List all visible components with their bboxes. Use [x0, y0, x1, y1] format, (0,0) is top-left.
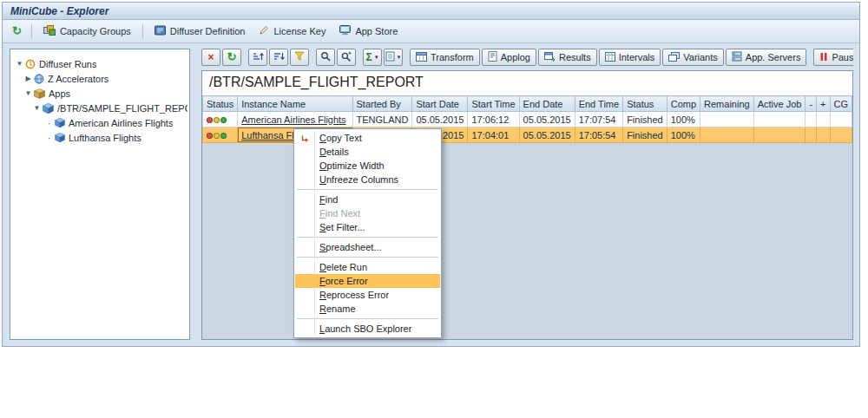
menu-item-delete-run[interactable]: Delete Run	[295, 260, 440, 274]
column-header[interactable]: End Date	[519, 96, 575, 112]
menu-item-find[interactable]: Find	[295, 193, 440, 206]
menu-item-label: Rename	[319, 302, 440, 316]
column-header[interactable]: Start Date	[412, 96, 468, 112]
toolbar-separator	[142, 24, 143, 38]
capacity-groups-label: Capacity Groups	[60, 26, 131, 36]
menu-item-reprocess-error[interactable]: Reprocess Error	[295, 288, 440, 302]
menu-item-label: Details	[319, 145, 440, 159]
menu-item-details[interactable]: Details	[295, 145, 440, 159]
refresh-button[interactable]: ↻	[8, 24, 26, 38]
diffuser-definition-button[interactable]: Diffuser Definition	[148, 23, 252, 39]
toolbar-separator	[31, 24, 32, 38]
find-next-button[interactable]	[337, 49, 356, 66]
export-icon	[385, 51, 395, 64]
menu-item-set-filter[interactable]: Set Filter...	[295, 220, 440, 234]
variants-button[interactable]: Variants	[662, 49, 724, 66]
column-header[interactable]: End Time	[575, 96, 622, 112]
collapse-arrow-icon[interactable]: ▼	[23, 89, 33, 97]
table-row[interactable]: American Airlines Flights TENGLAND 05.05…	[203, 112, 852, 127]
close-icon: ×	[207, 53, 214, 62]
column-header[interactable]: Status	[623, 96, 667, 112]
menu-item-copy-text[interactable]: Copy Text	[295, 131, 440, 145]
applog-icon	[488, 51, 497, 63]
comp-cell: 100%	[667, 127, 700, 143]
tree-item-diffuser-runs[interactable]: ▼ Diffuser Runs	[12, 56, 187, 71]
find-button[interactable]	[316, 49, 335, 66]
transform-button[interactable]: Transform	[410, 49, 480, 66]
tree-item-label[interactable]: Apps	[49, 88, 70, 99]
tree-item-label[interactable]: Diffuser Runs	[39, 59, 96, 69]
column-header[interactable]: Active Job	[753, 96, 806, 112]
z-accelerators-icon	[34, 74, 44, 84]
applog-button[interactable]: Applog	[482, 49, 536, 66]
cube-icon	[55, 133, 65, 142]
column-header[interactable]: Remaining	[700, 96, 754, 112]
expand-arrow-icon[interactable]: ▶	[23, 75, 33, 82]
intervals-icon	[605, 52, 615, 63]
collapse-arrow-icon[interactable]: ▼	[32, 104, 42, 112]
pause-label: Pause	[832, 52, 853, 62]
sort-descending-button[interactable]	[269, 49, 288, 66]
menu-item-force-error[interactable]: Force Error	[295, 274, 440, 288]
collapse-arrow-icon[interactable]: ▼	[15, 60, 24, 68]
panel-splitter[interactable]	[194, 49, 198, 340]
tree-item-z-accelerators[interactable]: ▶ Z Accelerators	[12, 71, 187, 86]
export-button[interactable]: ▼	[384, 49, 403, 66]
menu-item-label: Optimize Width	[319, 159, 440, 173]
license-key-button[interactable]: License Key	[253, 23, 332, 39]
tree-item-label[interactable]: American Airlines Flights	[69, 118, 173, 128]
tree-item-flight-report[interactable]: ▼ /BTR/SAMPLE_FLIGHT_REPOR	[12, 101, 187, 115]
column-header[interactable]: +	[817, 96, 830, 112]
intervals-button[interactable]: Intervals	[599, 49, 661, 66]
plus-cell	[817, 112, 830, 127]
minus-cell	[806, 127, 817, 143]
tree-item-american-airlines[interactable]: · American Airlines Flights	[12, 115, 187, 130]
app-servers-label: App. Servers	[746, 52, 801, 62]
menu-item-label: Reprocess Error	[319, 288, 440, 302]
menu-item-spreadsheet[interactable]: Spreadsheet...	[295, 240, 440, 254]
refresh-grid-button[interactable]: ↻	[222, 49, 241, 66]
tree-item-label[interactable]: Lufthansa Flights	[69, 133, 141, 143]
column-header[interactable]: Status	[203, 96, 238, 112]
menu-item-label: Launch SBO Explorer	[319, 322, 440, 336]
refresh-icon: ↻	[227, 52, 237, 62]
column-header[interactable]: -	[806, 96, 817, 112]
pause-button[interactable]: Pause	[813, 49, 853, 66]
minus-cell	[806, 112, 817, 127]
menu-item-rename[interactable]: Rename	[295, 302, 440, 316]
app-servers-button[interactable]: App. Servers	[726, 49, 807, 66]
column-header[interactable]: CG	[830, 96, 852, 112]
started-by-cell: TENGLAND	[352, 112, 412, 127]
sum-button[interactable]: Σ▼	[363, 49, 382, 66]
tree-item-label[interactable]: Z Accelerators	[48, 74, 108, 84]
capacity-groups-icon	[43, 25, 56, 37]
column-header[interactable]: Comp	[667, 96, 700, 112]
window-titlebar: MiniCube - Explorer	[3, 3, 859, 20]
close-button[interactable]: ×	[201, 49, 220, 66]
results-button[interactable]: Results	[538, 49, 597, 66]
bullet-icon: ·	[44, 118, 54, 128]
menu-item-unfreeze-columns[interactable]: Unfreeze Columns	[295, 173, 440, 186]
column-header[interactable]: Instance Name	[238, 96, 352, 112]
instance-link[interactable]: American Airlines Flights	[241, 114, 345, 125]
column-header[interactable]: Start Time	[468, 96, 519, 112]
yellow-light-icon	[214, 133, 220, 139]
cg-cell	[830, 112, 852, 127]
app-servers-icon	[732, 51, 742, 63]
plus-cell	[817, 127, 830, 143]
menu-item-optimize-width[interactable]: Optimize Width	[295, 159, 440, 173]
menu-item-launch-sbo-explorer[interactable]: Launch SBO Explorer	[295, 322, 440, 336]
app-store-button[interactable]: App Store	[333, 23, 404, 39]
filter-button[interactable]	[290, 49, 309, 66]
tree-item-label[interactable]: /BTR/SAMPLE_FLIGHT_REPOR	[57, 103, 187, 114]
menu-item-find-next: Find Next	[295, 206, 440, 220]
remaining-cell	[700, 112, 754, 127]
column-header[interactable]: Started By	[352, 96, 412, 112]
end-date-cell: 05.05.2015	[519, 127, 575, 143]
sort-ascending-button[interactable]	[248, 49, 267, 66]
capacity-groups-button[interactable]: Capacity Groups	[37, 23, 137, 39]
remaining-cell	[700, 127, 754, 143]
tree-item-apps[interactable]: ▼ Apps	[12, 86, 187, 101]
tree-item-lufthansa[interactable]: · Lufthansa Flights	[12, 130, 187, 145]
instance-name-cell[interactable]: American Airlines Flights	[238, 112, 352, 127]
